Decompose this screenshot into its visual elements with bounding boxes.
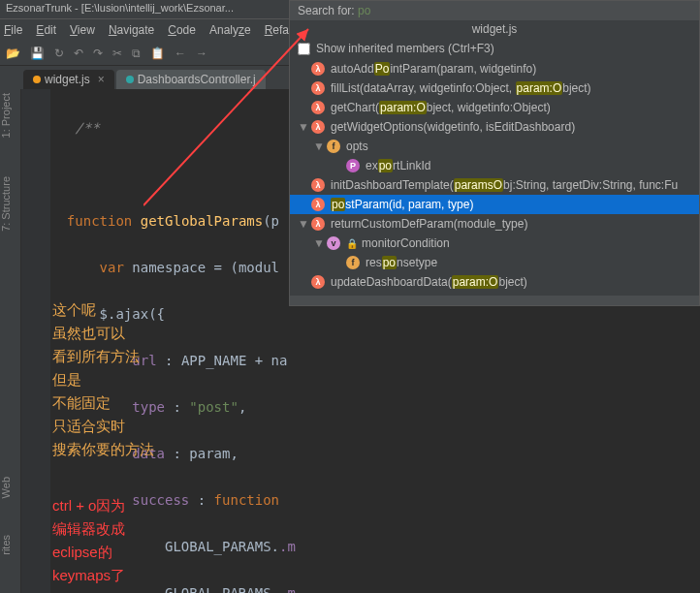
paste-icon[interactable]: 📋	[150, 47, 165, 60]
open-icon[interactable]: 📂	[6, 47, 20, 60]
structure-tree[interactable]: λautoAddPointParam(param, widgetinfo)λfi…	[290, 59, 699, 292]
p-icon: P	[346, 159, 360, 172]
annotation: keymaps了	[52, 564, 125, 587]
undo-icon[interactable]: ↶	[74, 47, 83, 60]
lambda-icon: λ	[311, 62, 325, 76]
lambda-icon: λ	[311, 217, 325, 231]
tree-item[interactable]: ▼λreturnCustomDefParam(module_type)	[290, 214, 699, 234]
tab-dashboards-controller[interactable]: DashboardsController.j	[116, 70, 266, 89]
structure-popup: Search for: po widget.js Show inherited …	[289, 0, 700, 306]
tree-item[interactable]: fresponsetype	[290, 253, 699, 272]
scrollbar[interactable]	[290, 296, 699, 305]
tree-item[interactable]: λfillList(dataArray, widgetinfo:Object, …	[290, 78, 699, 98]
annotation: 只适合实时	[52, 415, 154, 438]
tree-item[interactable]: ▼fopts	[290, 137, 699, 156]
annotation: 编辑器改成	[52, 517, 125, 541]
web-tool[interactable]: Web	[0, 477, 12, 498]
class-icon	[126, 76, 134, 83]
tree-item[interactable]: λgetChart(param:Object, widgetinfo:Objec…	[290, 98, 699, 117]
annotation: 虽然也可以	[52, 322, 154, 345]
lock-icon: 🔒	[346, 238, 358, 249]
redo-icon[interactable]: ↷	[93, 47, 103, 60]
tab-widget-js[interactable]: widget.js ×	[23, 70, 114, 89]
tree-item[interactable]: λupdateDashboardData(param:Object)	[290, 272, 699, 292]
left-tool-rail: 1: Project 7: Structure Web rites	[0, 89, 21, 593]
save-icon[interactable]: 💾	[30, 47, 45, 60]
menu-view[interactable]: View	[70, 23, 95, 37]
menu-analyze[interactable]: Analyze	[209, 23, 251, 37]
lambda-icon: λ	[311, 198, 325, 211]
copy-icon[interactable]: ⧉	[132, 47, 141, 60]
lambda-icon: λ	[311, 178, 325, 192]
close-icon[interactable]: ×	[98, 73, 105, 86]
lambda-icon: λ	[311, 275, 325, 289]
popup-file-label: widget.js	[290, 20, 699, 38]
show-inherited-checkbox[interactable]: Show inherited members (Ctrl+F3)	[290, 38, 699, 59]
cut-icon[interactable]: ✂	[112, 47, 122, 60]
favorites-tool[interactable]: rites	[0, 535, 12, 555]
menu-navigate[interactable]: Navigate	[109, 23, 154, 37]
menu-refactor[interactable]: Refa	[265, 23, 289, 37]
forward-icon[interactable]: →	[196, 47, 207, 60]
lambda-icon: λ	[311, 120, 325, 134]
annotation: ctrl + o因为	[52, 494, 125, 517]
lambda-icon: λ	[311, 81, 325, 95]
annotation: 搜索你要的方法	[52, 438, 154, 461]
f-icon: f	[346, 256, 360, 269]
editor-gutter	[21, 89, 50, 593]
tree-item[interactable]: λautoAddPointParam(param, widgetinfo)	[290, 59, 699, 78]
comment: /**	[75, 120, 99, 136]
annotation: 不能固定	[52, 391, 154, 415]
annotation: 但是	[52, 368, 154, 391]
structure-tool[interactable]: 7: Structure	[0, 176, 12, 232]
tab-label: DashboardsController.j	[138, 73, 256, 86]
annotation: 看到所有方法	[52, 345, 154, 368]
popup-search-bar: Search for: po	[290, 1, 699, 20]
annotation: eclipse的	[52, 541, 125, 564]
sync-icon[interactable]: ↻	[54, 47, 64, 60]
v-icon: v	[327, 236, 340, 250]
menu-file[interactable]: File	[4, 23, 22, 37]
js-icon	[33, 76, 41, 83]
tree-item[interactable]: ▼λgetWidgetOptions(widgetinfo, isEditDas…	[290, 117, 699, 137]
checkbox-label: Show inherited members (Ctrl+F3)	[316, 42, 494, 55]
tree-item[interactable]: ▼v🔒monitorCondition	[290, 234, 699, 253]
lambda-icon: λ	[311, 101, 325, 114]
search-label: Search for:	[298, 4, 355, 17]
search-value[interactable]: po	[358, 4, 370, 17]
f-icon: f	[327, 140, 340, 153]
back-icon[interactable]: ←	[175, 47, 186, 60]
tab-label: widget.js	[45, 73, 90, 86]
tree-item[interactable]: λinitDashboardTemplate(paramsObj:String,…	[290, 175, 699, 195]
menu-edit[interactable]: Edit	[36, 23, 56, 37]
checkbox[interactable]	[298, 43, 310, 55]
project-tool[interactable]: 1: Project	[0, 93, 12, 138]
tree-item[interactable]: PexportLinkId	[290, 156, 699, 175]
menu-code[interactable]: Code	[168, 23, 196, 37]
tree-item[interactable]: λpostParam(id, param, type)	[290, 195, 699, 214]
annotation: 这个呢	[52, 298, 154, 322]
